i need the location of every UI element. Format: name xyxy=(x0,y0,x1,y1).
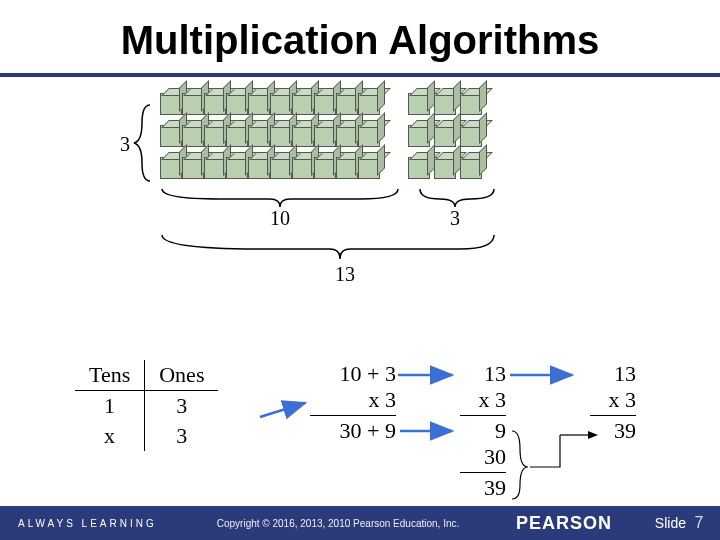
page-title: Multiplication Algorithms xyxy=(0,0,720,73)
slide: Multiplication Algorithms 3 10 3 13 xyxy=(0,0,720,540)
ten-cube xyxy=(292,125,314,147)
partial-line1: 13 xyxy=(460,361,506,387)
ten-cube xyxy=(270,93,292,115)
ten-cube xyxy=(204,93,226,115)
one-cube xyxy=(460,93,482,115)
title-rule xyxy=(0,73,720,77)
one-cube xyxy=(408,157,430,179)
footer-copyright: Copyright © 2016, 2013, 2010 Pearson Edu… xyxy=(160,518,516,529)
ten-cube xyxy=(270,125,292,147)
one-cube xyxy=(434,125,456,147)
ten-cube xyxy=(314,157,336,179)
ten-cube xyxy=(248,125,270,147)
ten-cube xyxy=(226,93,248,115)
mult-expanded: 10 + 3 x 3 30 + 9 xyxy=(310,361,396,444)
ten-cube xyxy=(182,93,204,115)
one-cube xyxy=(408,93,430,115)
ten-cube xyxy=(314,93,336,115)
expanded-line2: x 3 xyxy=(310,387,396,413)
ten-cube xyxy=(248,157,270,179)
ten-cube xyxy=(160,125,182,147)
pv-header-tens: Tens xyxy=(75,360,145,391)
ten-cube xyxy=(226,157,248,179)
ten-cube xyxy=(336,125,358,147)
one-cube xyxy=(460,157,482,179)
ten-cube xyxy=(292,93,314,115)
partial-line2: x 3 xyxy=(460,387,506,413)
table-row: x 3 xyxy=(75,421,218,451)
ones-group-label: 3 xyxy=(450,207,460,230)
one-cube xyxy=(434,157,456,179)
ten-cube xyxy=(270,157,292,179)
content-area: 3 10 3 13 xyxy=(0,85,720,505)
footer-tagline: ALWAYS LEARNING xyxy=(0,518,160,529)
partial-line3: 9 xyxy=(460,415,506,444)
pv-tens-2: x xyxy=(75,421,145,451)
slide-label: Slide xyxy=(636,515,686,531)
ten-cube xyxy=(182,157,204,179)
standard-line1: 13 xyxy=(590,361,636,387)
ten-cube xyxy=(358,93,380,115)
cube-row xyxy=(160,157,482,179)
ten-cube xyxy=(226,125,248,147)
ten-cube xyxy=(336,93,358,115)
pv-ones-2: 3 xyxy=(145,421,219,451)
one-cube xyxy=(408,125,430,147)
ten-cube xyxy=(182,125,204,147)
one-cube xyxy=(434,93,456,115)
ten-cube xyxy=(160,157,182,179)
rows-count-label: 3 xyxy=(120,133,130,156)
pv-tens-1: 1 xyxy=(75,391,145,422)
total-label: 13 xyxy=(335,263,355,286)
footer-brand: PEARSON xyxy=(516,513,636,534)
cubes-diagram xyxy=(160,93,482,181)
ten-cube xyxy=(336,157,358,179)
pv-ones-1: 3 xyxy=(145,391,219,422)
expanded-line3: 30 + 9 xyxy=(310,415,396,444)
partial-line4: 30 xyxy=(460,444,506,470)
svg-line-0 xyxy=(260,403,305,417)
mult-standard: 13 x 3 39 xyxy=(590,361,636,444)
pv-header-ones: Ones xyxy=(145,360,219,391)
ten-cube xyxy=(358,125,380,147)
tens-group-label: 10 xyxy=(270,207,290,230)
ten-cube xyxy=(248,93,270,115)
place-value-table: Tens Ones 1 3 x 3 xyxy=(75,360,218,451)
ten-cube xyxy=(204,157,226,179)
standard-line3: 39 xyxy=(590,415,636,444)
one-cube xyxy=(460,125,482,147)
ten-cube xyxy=(160,93,182,115)
ten-cube xyxy=(292,157,314,179)
mult-partial: 13 x 3 9 30 39 xyxy=(460,361,506,501)
ten-cube xyxy=(358,157,380,179)
partial-line5: 39 xyxy=(460,472,506,501)
ten-cube xyxy=(204,125,226,147)
page-number: 7 xyxy=(686,514,720,532)
standard-line2: x 3 xyxy=(590,387,636,413)
table-row: 1 3 xyxy=(75,391,218,422)
ten-cube xyxy=(314,125,336,147)
footer-bar: ALWAYS LEARNING Copyright © 2016, 2013, … xyxy=(0,506,720,540)
expanded-line1: 10 + 3 xyxy=(310,361,396,387)
